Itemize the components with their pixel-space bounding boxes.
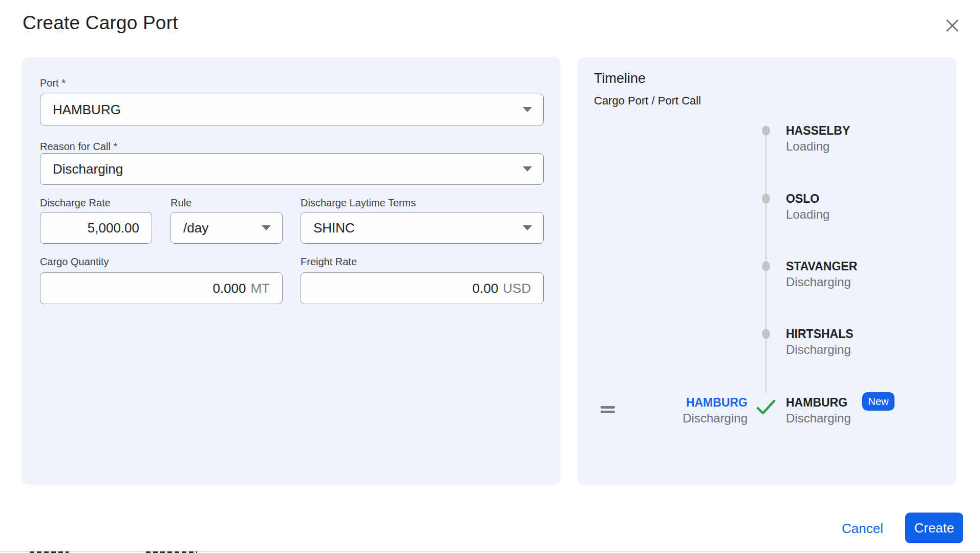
cargo-quantity-unit: MT: [250, 281, 270, 296]
reason-for-call-select[interactable]: Discharging: [40, 153, 544, 185]
reason-for-call-value: Discharging: [53, 161, 123, 177]
chevron-down-icon: [262, 225, 271, 230]
timeline-item-hamburg-new: HAMBURG Discharging: [786, 396, 851, 426]
port-value: HAMBURG: [53, 102, 121, 118]
timeline-port-status: Discharging: [786, 411, 851, 426]
timeline-port-name: OSLO: [786, 192, 829, 205]
freight-rate-label: Freight Rate: [301, 257, 357, 267]
discharge-rate-label: Discharge Rate: [40, 198, 111, 208]
cargo-quantity-value: 0.000: [212, 281, 246, 296]
reason-for-call-label: Reason for Call *: [40, 141, 117, 152]
chevron-down-icon: [523, 225, 532, 230]
close-button[interactable]: [944, 17, 961, 34]
timeline-cargo-port-hamburg: HAMBURG Discharging: [683, 396, 748, 426]
drag-handle-icon[interactable]: [601, 406, 615, 413]
timeline-port-name: HAMBURG: [786, 396, 851, 409]
timeline-title: Timeline: [594, 71, 646, 87]
timeline-item-oslo: OSLO Loading: [786, 192, 829, 222]
discharge-laytime-terms-value: SHINC: [313, 220, 355, 236]
discharge-rate-input[interactable]: 5,000.00: [40, 212, 152, 244]
timeline-panel: Timeline Cargo Port / Port Call HASSELBY…: [578, 57, 956, 485]
new-badge: New: [862, 392, 894, 411]
timeline-item-stavanger: STAVANGER Discharging: [786, 260, 857, 290]
close-icon: [945, 18, 960, 33]
port-label: Port *: [40, 78, 66, 88]
freight-rate-value: 0.00: [472, 281, 498, 296]
chevron-down-icon: [523, 107, 532, 112]
discharge-laytime-terms-select[interactable]: SHINC: [301, 212, 544, 244]
create-button[interactable]: Create: [905, 513, 963, 543]
timeline-port-name: HIRTSHALS: [786, 327, 854, 341]
rule-select[interactable]: /day: [171, 212, 283, 244]
check-icon: [756, 398, 776, 418]
timeline-dot: [762, 125, 770, 136]
cargo-quantity-label: Cargo Quantity: [40, 257, 109, 267]
timeline-dot: [762, 194, 770, 204]
discharge-laytime-terms-label: Discharge Laytime Terms: [301, 198, 416, 208]
timeline-dot: [762, 329, 770, 339]
cargo-quantity-input[interactable]: 0.000 MT: [40, 272, 283, 304]
chevron-down-icon: [523, 166, 532, 172]
timeline-port-status: Discharging: [786, 274, 857, 290]
timeline-dot: [762, 261, 770, 271]
timeline-port-status: Loading: [786, 207, 829, 222]
timeline-cargo-port-status: Discharging: [683, 411, 748, 426]
timeline-port-status: Discharging: [786, 342, 854, 357]
rule-label: Rule: [171, 198, 191, 208]
discharge-rate-value: 5,000.00: [88, 220, 139, 236]
timeline-subtitle: Cargo Port / Port Call: [594, 94, 701, 108]
page-title: Create Cargo Port: [23, 12, 178, 34]
cargo-port-form-panel: Port * HAMBURG Reason for Call * Dischar…: [22, 57, 561, 485]
rule-value: /day: [183, 220, 208, 236]
timeline-port-name: HASSELBY: [786, 124, 850, 137]
timeline-cargo-port-name: HAMBURG: [683, 396, 748, 409]
cancel-button[interactable]: Cancel: [839, 520, 886, 537]
port-select[interactable]: HAMBURG: [40, 94, 544, 125]
timeline-port-status: Loading: [786, 139, 850, 154]
timeline-item-hasselby: HASSELBY Loading: [786, 124, 850, 154]
freight-rate-input[interactable]: 0.00 USD: [301, 272, 544, 304]
freight-rate-unit: USD: [503, 281, 531, 296]
timeline-item-hirtshals: HIRTSHALS Discharging: [786, 327, 854, 357]
timeline-port-name: STAVANGER: [786, 260, 857, 273]
